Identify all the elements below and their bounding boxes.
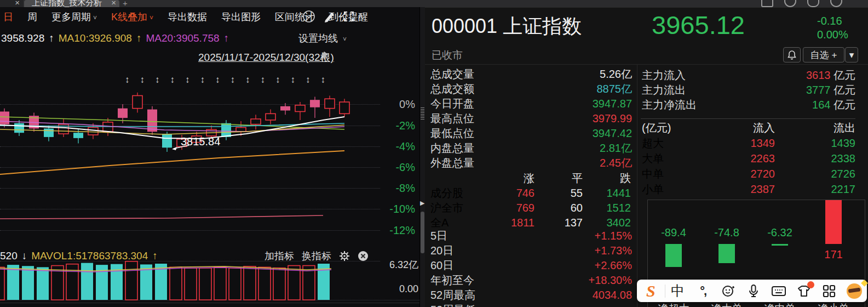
outflow-value: 1439 [775, 137, 855, 150]
inflow-value: 2263 [694, 152, 775, 165]
tab-active[interactable]: 上证指数_技术分析 × [24, 0, 119, 7]
volume-value: 520 [0, 250, 18, 262]
toolbar-item-日[interactable]: 日 [0, 7, 20, 26]
stat-value: 8875亿 [597, 82, 633, 96]
period-returns-list: 5日+1.15%20日+1.73%60日+2.66%年初至今+18.30%52周… [430, 229, 632, 307]
gridline [0, 167, 380, 168]
flow-value: 3613 亿元 [806, 68, 855, 83]
gridline [0, 209, 380, 209]
flow-unit: 亿元 [830, 84, 855, 96]
toolbar-item-导出图形[interactable]: 导出图形 [214, 7, 268, 26]
toolbar-item-导出数据[interactable]: 导出数据 [160, 7, 214, 26]
toolbar-item-周[interactable]: 周 [20, 7, 44, 26]
fund-flow-row: 主力净流出164 亿元 [642, 98, 855, 112]
date-range-link[interactable]: 2025/11/17-2025/12/30(32根) [198, 50, 334, 65]
close-circle-icon[interactable] [358, 251, 369, 261]
mode-label: 中 [671, 282, 685, 300]
chevron-down-icon: ˅ [343, 36, 347, 43]
switch-indicator-button[interactable]: 换指标 [302, 249, 331, 263]
period-label: 5日 [430, 229, 447, 243]
breadth-row: 全A18111373402 [430, 215, 632, 230]
y-axis-label: -6% [380, 161, 415, 174]
volume-tools: 加指标 换指标 [265, 249, 369, 263]
ma5-value: 3958.928 [1, 32, 44, 44]
stat-label: 外盘总量 [430, 156, 474, 170]
stat-label: 今日开盘 [430, 96, 474, 111]
scrollbar-thumb[interactable] [421, 212, 424, 253]
ma-settings-button[interactable]: 设置均线 ˅ [298, 32, 347, 45]
apps-grid-icon[interactable] [817, 280, 842, 302]
period-label: 52周最高 [430, 288, 475, 303]
stat-value: 3947.87 [593, 98, 632, 110]
net-flow-category-label: 净超大 [651, 302, 697, 307]
stat-value: 5.26亿 [600, 67, 632, 82]
refresh-icon[interactable] [807, 0, 819, 7]
microphone-icon[interactable] [741, 280, 766, 302]
new-tab-button[interactable]: + [123, 0, 128, 7]
watchlist-dropdown-button[interactable]: ▾ [845, 47, 858, 62]
punctuation-toggle-icon[interactable]: °, [691, 280, 716, 302]
updown-arrow-marker: ↕ [155, 75, 160, 86]
emoji-icon[interactable] [716, 280, 741, 302]
settings-icon[interactable] [830, 0, 842, 7]
stat-row: 最低点位3947.42 [430, 126, 632, 141]
search-icon[interactable] [784, 0, 796, 7]
fullscreen-icon[interactable] [343, 10, 355, 22]
notification-dot [807, 281, 814, 288]
price-change: -0.16 0.00% [817, 14, 848, 42]
net-flow-bar [772, 244, 788, 246]
breadth-header: 涨 [483, 171, 534, 186]
updown-arrow-marker: ↕ [261, 75, 266, 86]
alert-bell-button[interactable] [783, 47, 801, 62]
mavol-value: MAVOL1:517863783.304 [31, 250, 148, 262]
toolbar-item-K线叠加[interactable]: K线叠加˅ [104, 7, 160, 26]
keyboard-icon[interactable] [766, 280, 791, 302]
monitor-icon[interactable] [761, 0, 773, 7]
breadth-label: 沪全市 [430, 201, 483, 215]
flow-amount: 3613 [806, 69, 831, 81]
net-flow-value-label: -74.8 [704, 226, 750, 239]
period-row: 20日+1.73% [430, 243, 632, 258]
period-row: 60日+2.66% [430, 258, 632, 273]
updown-arrow-marker: ↕ [321, 75, 326, 86]
toolbar-item-更多周期[interactable]: 更多周期˅ [44, 7, 104, 26]
trading-app-window: × 上证指数_技术分析 × + 日周更多周期˅K线叠加˅导出数据导出图形区间统计… [0, 0, 868, 307]
skin-icon[interactable] [791, 280, 817, 302]
add-indicator-button[interactable]: 加指标 [265, 249, 294, 263]
pin-icon[interactable] [320, 50, 330, 61]
gridline [0, 230, 380, 231]
gear-icon[interactable] [339, 251, 350, 261]
sparkle-icon [861, 280, 868, 287]
sogou-logo-icon[interactable]: S [637, 280, 665, 302]
down-count: 3402 [583, 217, 631, 229]
chevron-down-icon: ˅ [93, 14, 97, 22]
stat-value: 2.45亿 [600, 156, 632, 170]
fund-flow-row: 主力流入3613 亿元 [642, 68, 855, 83]
tab-bar: × 上证指数_技术分析 × + [0, 0, 868, 7]
divider-grip-handle[interactable] [421, 107, 424, 121]
updown-arrow-marker: ↕ [245, 75, 250, 86]
flow-label: 主力流入 [642, 68, 686, 83]
period-label: 60日 [430, 258, 453, 273]
breadth-label: 成分股 [430, 186, 483, 201]
add-watchlist-button[interactable]: 自选 + [803, 47, 844, 62]
gridline [0, 104, 380, 105]
flow-table-row: 中单27202726 [642, 166, 855, 181]
circle-chevron-down-icon[interactable] [302, 10, 315, 23]
tab-previous[interactable]: × [0, 0, 23, 7]
flow-table-header: (亿元)流入流出 [642, 120, 855, 135]
ma-settings-label: 设置均线 [298, 33, 338, 44]
flow-unit: 亿元 [830, 99, 855, 111]
period-value: +1.15% [595, 230, 632, 242]
updown-arrow-marker: ↕ [200, 75, 205, 86]
updown-arrow-marker: ↕ [306, 75, 311, 86]
net-flow-value-label: -89.4 [651, 226, 697, 239]
brush-icon[interactable] [323, 10, 335, 22]
collapse-arrow-icon[interactable]: ▶ [420, 200, 424, 207]
trend-up-icon: ↑ [136, 32, 142, 44]
close-icon[interactable]: × [111, 0, 116, 7]
updown-arrow-marker: ↕ [170, 75, 175, 86]
close-icon[interactable]: × [15, 0, 20, 7]
chinese-mode-toggle[interactable]: 中 [665, 280, 691, 302]
ai-assistant-icon[interactable] [842, 280, 867, 302]
